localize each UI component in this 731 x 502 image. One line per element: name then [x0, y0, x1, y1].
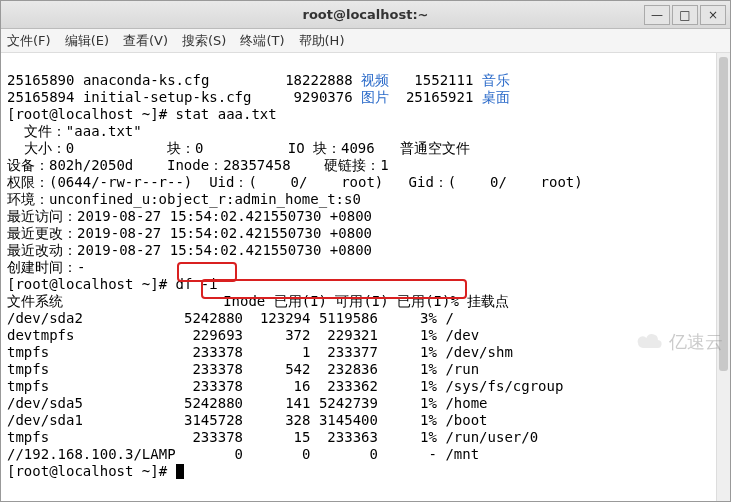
stat-size: 大小：0 块：0 IO 块：4096 普通空文件 [7, 140, 470, 156]
table-row: tmpfs 233378 1 233377 1% /dev/shm [7, 344, 513, 360]
stat-btime: 创建时间：- [7, 259, 85, 275]
menu-terminal[interactable]: 终端(T) [240, 32, 284, 50]
prompt: [root@localhost ~]# [7, 463, 176, 479]
menu-help[interactable]: 帮助(H) [299, 32, 345, 50]
menubar: 文件(F) 编辑(E) 查看(V) 搜索(S) 终端(T) 帮助(H) [1, 29, 730, 53]
df-prompt: [root@localhost ~]# df -i [7, 276, 218, 292]
ls-row: 25165894 initial-setup-ks.cfg 9290376 图片… [7, 89, 510, 105]
table-row: /dev/sda5 5242880 141 5242739 1% /home [7, 395, 488, 411]
dir-desktop: 桌面 [482, 89, 510, 105]
dir-pictures: 图片 [361, 89, 389, 105]
table-row: /dev/sda1 3145728 328 3145400 1% /boot [7, 412, 488, 428]
dir-music: 音乐 [482, 72, 510, 88]
titlebar[interactable]: root@localhost:~ — □ × [1, 1, 730, 29]
df-header: 文件系统 Inode 已用(I) 可用(I) 已用(I)% 挂载点 [7, 293, 509, 309]
minimize-button[interactable]: — [644, 5, 670, 25]
stat-prompt: [root@localhost ~]# stat aaa.txt [7, 106, 277, 122]
terminal-window: root@localhost:~ — □ × 文件(F) 编辑(E) 查看(V)… [0, 0, 731, 502]
stat-ctx: 环境：unconfined_u:object_r:admin_home_t:s0 [7, 191, 361, 207]
maximize-button[interactable]: □ [672, 5, 698, 25]
menu-search[interactable]: 搜索(S) [182, 32, 226, 50]
window-title: root@localhost:~ [302, 7, 428, 22]
table-row: devtmpfs 229693 372 229321 1% /dev [7, 327, 479, 343]
table-row: tmpfs 233378 542 232836 1% /run [7, 361, 479, 377]
table-row: tmpfs 233378 16 233362 1% /sys/fs/cgroup [7, 378, 563, 394]
menu-view[interactable]: 查看(V) [123, 32, 168, 50]
scrollbar[interactable] [716, 53, 730, 501]
stat-mtime: 最近更改：2019-08-27 15:54:02.421550730 +0800 [7, 225, 372, 241]
table-row: tmpfs 233378 15 233363 1% /run/user/0 [7, 429, 538, 445]
stat-perm: 权限：(0644/-rw-r--r--) Uid：( 0/ root) Gid：… [7, 174, 583, 190]
close-button[interactable]: × [700, 5, 726, 25]
terminal-output[interactable]: 25165890 anaconda-ks.cfg 18222888 视频 155… [1, 53, 730, 501]
ls-row: 25165890 anaconda-ks.cfg 18222888 视频 155… [7, 72, 510, 88]
menu-file[interactable]: 文件(F) [7, 32, 51, 50]
stat-device: 设备：802h/2050d Inode：28357458 硬链接：1 [7, 157, 389, 173]
scrollbar-thumb[interactable] [719, 57, 728, 371]
table-row: //192.168.100.3/LAMP 0 0 0 - /mnt [7, 446, 479, 462]
cursor [176, 464, 184, 479]
stat-file: 文件："aaa.txt" [7, 123, 142, 139]
window-controls: — □ × [642, 1, 726, 28]
stat-atime: 最近访问：2019-08-27 15:54:02.421550730 +0800 [7, 208, 372, 224]
stat-ctime: 最近改动：2019-08-27 15:54:02.421550730 +0800 [7, 242, 372, 258]
dir-videos: 视频 [361, 72, 389, 88]
table-row: /dev/sda2 5242880 123294 5119586 3% / [7, 310, 454, 326]
menu-edit[interactable]: 编辑(E) [65, 32, 109, 50]
